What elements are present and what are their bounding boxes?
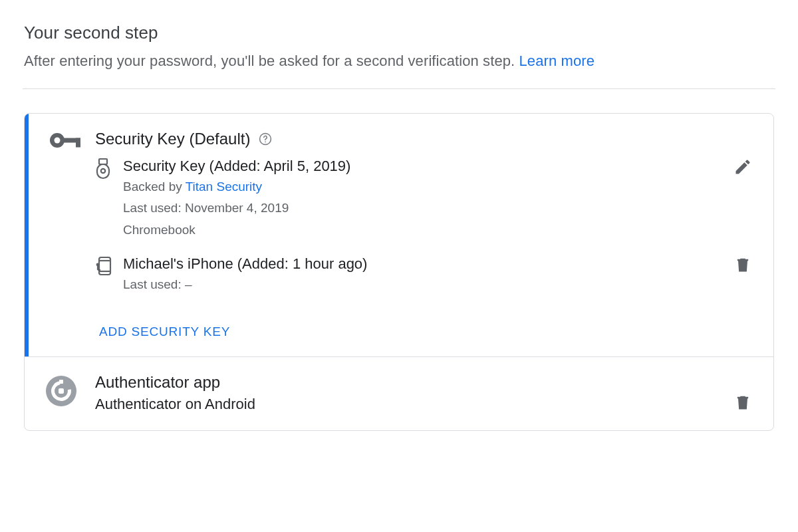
- second-step-card: Security Key (Default): [24, 113, 774, 431]
- help-icon[interactable]: [258, 132, 273, 146]
- authenticator-section: Authenticator app Authenticator on Andro…: [25, 356, 773, 430]
- last-used-text: Last used: –: [123, 275, 712, 295]
- phone-key-icon: [95, 255, 123, 277]
- svg-point-12: [96, 263, 100, 267]
- key-icon: [49, 131, 95, 150]
- security-key-item: Security Key (Added: April 5, 2019) Back…: [95, 156, 752, 239]
- divider: [23, 88, 775, 89]
- page-subtext: After entering your password, you'll be …: [24, 53, 774, 70]
- backed-by-label: Backed by: [123, 180, 186, 194]
- last-used-text: Last used: November 4, 2019: [123, 199, 712, 218]
- device-text: Chromebook: [123, 221, 712, 240]
- svg-rect-7: [97, 164, 109, 178]
- add-security-key-button[interactable]: ADD SECURITY KEY: [99, 325, 230, 338]
- security-key-title: Security Key (Default): [95, 130, 250, 148]
- authenticator-title: Authenticator app: [95, 373, 220, 392]
- learn-more-link[interactable]: Learn more: [519, 53, 595, 69]
- authenticator-device: Authenticator on Android: [95, 396, 752, 413]
- security-key-section: Security Key (Default): [25, 114, 773, 356]
- security-key-item: Michael's iPhone (Added: 1 hour ago) Las…: [95, 254, 752, 294]
- svg-rect-9: [99, 257, 110, 275]
- svg-rect-3: [76, 138, 80, 148]
- security-key-name: Security Key (Added: April 5, 2019): [123, 156, 712, 176]
- edit-icon[interactable]: [733, 158, 752, 176]
- titan-security-link[interactable]: Titan Security: [186, 180, 262, 194]
- page-title: Your second step: [24, 23, 774, 43]
- delete-icon[interactable]: [733, 255, 752, 274]
- svg-point-1: [55, 138, 61, 144]
- security-key-name: Michael's iPhone (Added: 1 hour ago): [123, 254, 712, 274]
- svg-point-8: [101, 169, 105, 173]
- svg-point-5: [265, 141, 267, 142]
- svg-rect-6: [99, 159, 107, 164]
- usb-key-icon: [95, 158, 123, 180]
- page-subtext-text: After entering your password, you'll be …: [24, 53, 515, 69]
- authenticator-icon: [46, 376, 76, 406]
- delete-icon[interactable]: [733, 393, 752, 412]
